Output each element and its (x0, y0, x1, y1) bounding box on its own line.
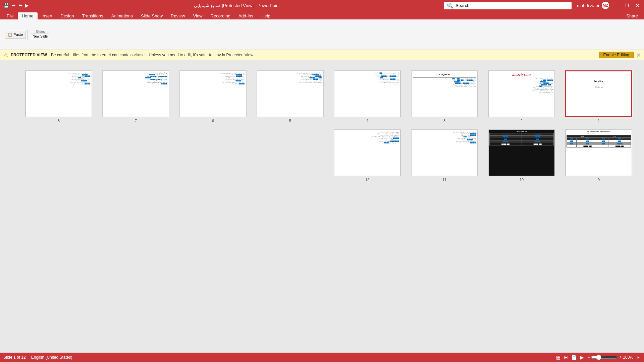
slide-num-4: 4 (366, 119, 368, 123)
search-input[interactable] (455, 3, 569, 8)
shield-icon: ⚠ (3, 52, 8, 58)
slide-thumb-8[interactable]: مراد صنایع شیمیایی است. مجموعه‌ای را می‌… (25, 70, 92, 117)
slide-thumb-7[interactable]: مراد تقسیم‌بندی است مراد صنایع شیمیایی ا… (102, 70, 169, 117)
restore-button[interactable]: ❐ (623, 2, 631, 9)
protected-view-bar: ⚠ PROTECTED VIEW Be careful—files from t… (0, 50, 644, 60)
status-bar: Slide 1 of 12 English (United States) ▦ … (0, 353, 644, 362)
slide-item-8[interactable]: مراد صنایع شیمیایی است. مجموعه‌ای را می‌… (25, 70, 92, 123)
slide-item-11[interactable]: صنایع شیمیایی است. مجموعه‌ای را می‌توان … (411, 129, 478, 182)
tab-insert[interactable]: Insert (38, 12, 57, 19)
tab-animations[interactable]: Animations (107, 12, 137, 19)
zoom-slider[interactable] (591, 355, 618, 360)
close-button[interactable]: ✕ (634, 2, 641, 9)
slide-item-6[interactable]: مراد صنایع شیمیایی است. مجموعه‌ای را می‌… (179, 70, 247, 123)
slide-info: Slide 1 of 12 (3, 355, 26, 360)
slide-num-1: 1 (598, 119, 600, 123)
quick-access-toolbar: 💾 ↩ ↪ ▶ (3, 2, 30, 9)
normal-view-button[interactable]: ▦ (556, 355, 560, 360)
slide-grid: به نام خدا متن اسلاید اول 1 صنایع شیمیای… (7, 67, 637, 346)
slide-num-3: 3 (443, 119, 445, 123)
slide-item-1[interactable]: به نام خدا متن اسلاید اول 1 (565, 70, 632, 123)
slide-num-12: 12 (365, 178, 369, 182)
new-slide-button[interactable]: New Slide (31, 34, 49, 39)
ribbon-tabs: File Home Insert Design Transitions Anim… (0, 11, 644, 19)
avatar: MZ (602, 2, 609, 9)
slide-thumb-6[interactable]: مراد صنایع شیمیایی است. مجموعه‌ای را می‌… (179, 70, 247, 117)
slide-num-9: 9 (598, 178, 600, 182)
slide-num-2: 2 (521, 119, 523, 123)
slide-thumb-3[interactable]: محصولات مراد و صنایع شیمیایی را می‌توان … (411, 70, 478, 117)
undo-button[interactable]: ↩ (11, 2, 16, 9)
close-protected-bar-button[interactable]: ✕ (636, 52, 641, 58)
tab-file[interactable]: File (3, 12, 18, 19)
slide-item-5[interactable]: صرفاً صنایع شیمیایی است. مجموعه‌ای را می… (257, 70, 324, 123)
slide-item-12[interactable]: در واقع ۱۶ برای اینکه هنوز آنکه جمله مال… (334, 129, 401, 182)
slide-thumb-4[interactable]: فرایند صنایع شیمیایی به می‌توان در ████ … (334, 70, 401, 117)
search-bar[interactable]: 🔍 (444, 2, 572, 9)
status-right-controls: ▦ ⊞ 📄 ▶ − + 100% ⊡ (556, 355, 641, 360)
slide-thumb-2[interactable]: صنایع شیمیایی صنایع شیمیایی به شاخه‌ای ا… (488, 70, 555, 117)
zoom-in-icon: + (619, 355, 622, 360)
slide-item-9[interactable]: در جامع صنایع شیمیایی مطالب طبقه‌بندی شد… (565, 129, 632, 182)
user-name: mahdi ziaei (577, 3, 599, 8)
slide-item-2[interactable]: صنایع شیمیایی صنایع شیمیایی به شاخه‌ای ا… (488, 70, 555, 123)
window-title: صنایع شیمیایی [Protected View] - PowerPo… (30, 3, 444, 8)
slide-item-10[interactable]: صنایع شیمیایی در جهان صنایع شیمیایی صنای… (488, 129, 555, 182)
slide-thumb-5[interactable]: صرفاً صنایع شیمیایی است. مجموعه‌ای را می… (257, 70, 324, 117)
fit-slide-button[interactable]: ⊡ (637, 355, 641, 360)
title-text: صنایع شیمیایی [Protected View] - PowerPo… (194, 3, 280, 8)
slide-num-10: 10 (520, 178, 524, 182)
present-button[interactable]: ▶ (24, 2, 30, 9)
save-button[interactable]: 💾 (3, 2, 10, 9)
ribbon-content: 📋 Paste Slides New Slide (0, 19, 644, 50)
zoom-control: − + 100% (587, 355, 633, 360)
slide-thumb-11[interactable]: صنایع شیمیایی است. مجموعه‌ای را می‌توان … (411, 129, 478, 176)
title-bar: 💾 ↩ ↪ ▶ صنایع شیمیایی [Protected View] -… (0, 0, 644, 11)
presenter-view-button[interactable]: ▶ (580, 355, 584, 360)
protected-view-message: Be careful—files from the Internet can c… (51, 53, 596, 57)
slide-thumb-1[interactable]: به نام خدا متن اسلاید اول (565, 70, 632, 117)
slide-num-7: 7 (135, 119, 137, 123)
share-button[interactable]: Share (623, 12, 641, 19)
slide-num-8: 8 (58, 119, 60, 123)
tab-help[interactable]: Help (257, 12, 274, 19)
slide-item-7[interactable]: مراد تقسیم‌بندی است مراد صنایع شیمیایی ا… (102, 70, 169, 123)
zoom-level: 100% (623, 355, 633, 360)
tab-view[interactable]: View (189, 12, 207, 19)
tab-transitions[interactable]: Transitions (78, 12, 107, 19)
paste-button[interactable]: 📋 Paste (5, 31, 26, 39)
search-icon: 🔍 (447, 2, 453, 9)
redo-button[interactable]: ↪ (18, 2, 23, 9)
zoom-out-icon: − (587, 355, 590, 360)
slide-item-4[interactable]: فرایند صنایع شیمیایی به می‌توان در ████ … (334, 70, 401, 123)
slide-thumb-10[interactable]: صنایع شیمیایی در جهان صنایع شیمیایی صنای… (488, 129, 555, 176)
enable-editing-button[interactable]: Enable Editing (599, 52, 634, 58)
slide-sorter-button[interactable]: ⊞ (564, 355, 568, 360)
slide-thumb-9[interactable]: در جامع صنایع شیمیایی مطالب طبقه‌بندی شد… (565, 129, 632, 176)
reading-view-button[interactable]: 📄 (571, 355, 577, 360)
slide-num-11: 11 (442, 178, 446, 182)
slide-num-6: 6 (212, 119, 214, 123)
window-controls: 🔍 mahdi ziaei MZ — ❐ ✕ (444, 2, 641, 9)
tab-recording[interactable]: Recording (207, 12, 234, 19)
tab-review[interactable]: Review (167, 12, 189, 19)
language-indicator: English (United States) (31, 355, 72, 360)
tab-design[interactable]: Design (56, 12, 78, 19)
slide-num-5: 5 (289, 119, 291, 123)
protected-view-label: PROTECTED VIEW (11, 53, 47, 57)
tab-addins[interactable]: Add-ins (234, 12, 257, 19)
minimize-button[interactable]: — (612, 2, 620, 9)
slide-item-3[interactable]: محصولات مراد و صنایع شیمیایی را می‌توان … (411, 70, 478, 123)
tab-home[interactable]: Home (18, 12, 38, 19)
slide-panel: به نام خدا متن اسلاید اول 1 صنایع شیمیای… (0, 60, 644, 353)
tab-slideshow[interactable]: Slide Show (137, 12, 167, 19)
slide-thumb-12[interactable]: در واقع ۱۶ برای اینکه هنوز آنکه جمله مال… (334, 129, 401, 176)
